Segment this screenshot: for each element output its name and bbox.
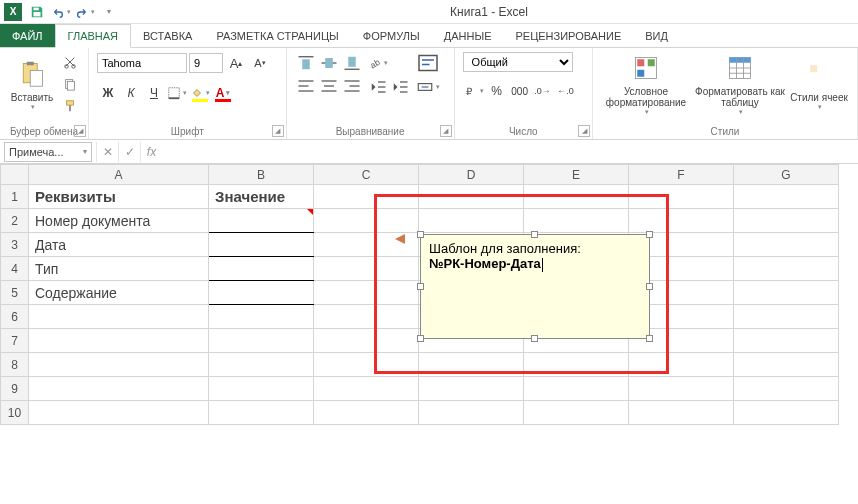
resize-handle-w[interactable] xyxy=(417,283,424,290)
cell-b9[interactable] xyxy=(209,377,314,401)
tab-review[interactable]: РЕЦЕНЗИРОВАНИЕ xyxy=(503,24,633,47)
cell-b1[interactable]: Значение xyxy=(209,185,314,209)
accounting-format-icon[interactable]: ₽▾ xyxy=(463,80,485,102)
row-header-6[interactable]: 6 xyxy=(1,305,29,329)
cell-b8[interactable] xyxy=(209,353,314,377)
fx-icon[interactable]: fx xyxy=(140,142,162,162)
cell-a6[interactable] xyxy=(29,305,209,329)
wrap-text-icon[interactable] xyxy=(415,52,441,74)
align-left-icon[interactable] xyxy=(295,75,317,97)
cell-a5[interactable]: Содержание xyxy=(29,281,209,305)
cell-f10[interactable] xyxy=(629,401,734,425)
cell-g5[interactable] xyxy=(734,281,839,305)
cell-a1[interactable]: Реквизиты xyxy=(29,185,209,209)
cell-d8[interactable] xyxy=(419,353,524,377)
row-header-8[interactable]: 8 xyxy=(1,353,29,377)
bold-button[interactable]: Ж xyxy=(97,82,119,104)
tab-insert[interactable]: ВСТАВКА xyxy=(131,24,204,47)
resize-handle-sw[interactable] xyxy=(417,335,424,342)
tab-data[interactable]: ДАННЫЕ xyxy=(432,24,504,47)
number-format-select[interactable]: Общий xyxy=(463,52,573,72)
cell-b10[interactable] xyxy=(209,401,314,425)
cell-c10[interactable] xyxy=(314,401,419,425)
align-middle-icon[interactable] xyxy=(318,52,340,74)
tab-formulas[interactable]: ФОРМУЛЫ xyxy=(351,24,432,47)
cell-c9[interactable] xyxy=(314,377,419,401)
cell-a3[interactable]: Дата xyxy=(29,233,209,257)
decrease-font-icon[interactable]: A▾ xyxy=(249,52,271,74)
row-header-9[interactable]: 9 xyxy=(1,377,29,401)
undo-icon[interactable]: ▾ xyxy=(50,1,72,23)
cell-b5[interactable] xyxy=(209,281,314,305)
orientation-icon[interactable]: ab▾ xyxy=(367,52,389,74)
resize-handle-se[interactable] xyxy=(646,335,653,342)
row-header-5[interactable]: 5 xyxy=(1,281,29,305)
cell-f8[interactable] xyxy=(629,353,734,377)
select-all-corner[interactable] xyxy=(1,165,29,185)
save-icon[interactable] xyxy=(26,1,48,23)
comma-icon[interactable]: 000 xyxy=(509,80,531,102)
increase-font-icon[interactable]: A▴ xyxy=(225,52,247,74)
italic-button[interactable]: К xyxy=(120,82,142,104)
cell-b2[interactable] xyxy=(209,209,314,233)
alignment-dialog-launcher[interactable]: ◢ xyxy=(440,125,452,137)
cell-a7[interactable] xyxy=(29,329,209,353)
row-header-10[interactable]: 10 xyxy=(1,401,29,425)
font-name-select[interactable] xyxy=(97,53,187,73)
cell-a4[interactable]: Тип xyxy=(29,257,209,281)
decrease-decimal-icon[interactable]: ←.0 xyxy=(555,80,577,102)
border-icon[interactable]: ▾ xyxy=(166,82,188,104)
col-header-b[interactable]: B xyxy=(209,165,314,185)
cell-d10[interactable] xyxy=(419,401,524,425)
cell-g3[interactable] xyxy=(734,233,839,257)
cell-d1[interactable] xyxy=(419,185,524,209)
cell-e9[interactable] xyxy=(524,377,629,401)
cell-c6[interactable] xyxy=(314,305,419,329)
cell-a2[interactable]: Номер документа xyxy=(29,209,209,233)
cell-c2[interactable] xyxy=(314,209,419,233)
cell-a8[interactable] xyxy=(29,353,209,377)
cell-b7[interactable] xyxy=(209,329,314,353)
tab-view[interactable]: ВИД xyxy=(633,24,680,47)
cell-a10[interactable] xyxy=(29,401,209,425)
tab-file[interactable]: ФАЙЛ xyxy=(0,24,55,47)
col-header-c[interactable]: C xyxy=(314,165,419,185)
format-painter-icon[interactable] xyxy=(60,96,80,116)
qat-customize-icon[interactable]: ▾ xyxy=(98,1,120,23)
resize-handle-e[interactable] xyxy=(646,283,653,290)
font-size-select[interactable] xyxy=(189,53,223,73)
cell-a9[interactable] xyxy=(29,377,209,401)
cell-g7[interactable] xyxy=(734,329,839,353)
redo-icon[interactable]: ▾ xyxy=(74,1,96,23)
cell-g6[interactable] xyxy=(734,305,839,329)
format-as-table-button[interactable]: Форматировать как таблицу▾ xyxy=(695,52,785,118)
enter-icon[interactable]: ✓ xyxy=(118,142,140,162)
cell-c7[interactable] xyxy=(314,329,419,353)
col-header-g[interactable]: G xyxy=(734,165,839,185)
cell-g2[interactable] xyxy=(734,209,839,233)
cell-b6[interactable] xyxy=(209,305,314,329)
cell-d9[interactable] xyxy=(419,377,524,401)
row-header-1[interactable]: 1 xyxy=(1,185,29,209)
resize-handle-n[interactable] xyxy=(531,231,538,238)
cell-g10[interactable] xyxy=(734,401,839,425)
cell-e10[interactable] xyxy=(524,401,629,425)
paste-button[interactable]: Вставить ▾ xyxy=(8,52,56,118)
copy-icon[interactable] xyxy=(60,74,80,94)
row-header-3[interactable]: 3 xyxy=(1,233,29,257)
cell-e8[interactable] xyxy=(524,353,629,377)
merge-icon[interactable]: ▾ xyxy=(415,76,441,98)
row-header-2[interactable]: 2 xyxy=(1,209,29,233)
tab-page-layout[interactable]: РАЗМЕТКА СТРАНИЦЫ xyxy=(204,24,350,47)
align-right-icon[interactable] xyxy=(341,75,363,97)
resize-handle-nw[interactable] xyxy=(417,231,424,238)
cell-c4[interactable] xyxy=(314,257,419,281)
tab-home[interactable]: ГЛАВНАЯ xyxy=(55,24,131,48)
conditional-formatting-button[interactable]: Условное форматирование▾ xyxy=(601,52,691,118)
cell-b4[interactable] xyxy=(209,257,314,281)
font-color-icon[interactable]: A▾ xyxy=(212,82,234,104)
row-header-7[interactable]: 7 xyxy=(1,329,29,353)
cell-c5[interactable] xyxy=(314,281,419,305)
cell-b3[interactable] xyxy=(209,233,314,257)
resize-handle-s[interactable] xyxy=(531,335,538,342)
